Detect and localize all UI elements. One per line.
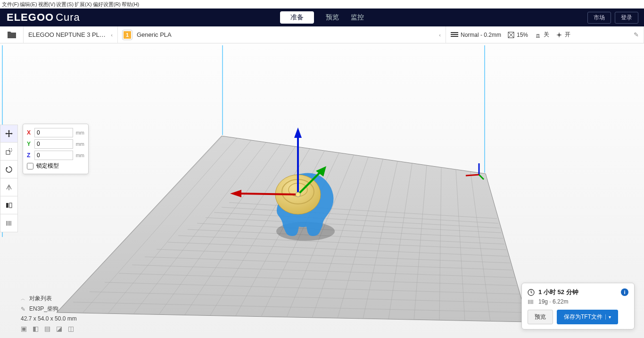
chevron-left-icon: ‹ <box>439 32 441 38</box>
tool-mirror[interactable] <box>0 178 18 196</box>
tab-prepare[interactable]: 准备 <box>280 11 314 24</box>
view-layer-icon[interactable]: ▤ <box>44 325 50 332</box>
slice-info-panel: 1 小时 52 分钟 i 19g · 6.22m 预览 保存为TFT文件▾ <box>521 283 635 330</box>
save-tft-button[interactable]: 保存为TFT文件▾ <box>557 310 618 324</box>
svg-rect-60 <box>6 203 8 208</box>
move-y-input[interactable] <box>34 139 73 149</box>
tab-monitor[interactable]: 监控 <box>351 11 364 24</box>
svg-line-49 <box>236 194 298 194</box>
object-list-title: 对象列表 <box>29 295 52 303</box>
menu-extensions[interactable]: 扩展(X) <box>74 1 92 8</box>
print-time: 1 小时 52 分钟 <box>538 288 578 296</box>
view-iso-icon[interactable]: ◫ <box>68 325 74 332</box>
menu-view[interactable]: 视图(V) <box>38 1 56 8</box>
object-name[interactable]: EN3P_柴狗 <box>29 305 58 313</box>
tool-scale[interactable] <box>0 143 18 161</box>
info-icon[interactable]: i <box>621 288 628 296</box>
svg-rect-57 <box>6 151 10 154</box>
infill-value: 15% <box>517 32 528 38</box>
lock-model-checkbox[interactable] <box>27 163 33 169</box>
filament-icon <box>528 299 535 305</box>
move-z-input[interactable] <box>34 151 73 160</box>
stage-tabs: 准备 预览 监控 <box>280 11 364 24</box>
infill-icon <box>508 32 514 38</box>
svg-rect-58 <box>9 149 12 152</box>
clock-icon <box>528 289 535 296</box>
support-value: 关 <box>544 31 549 39</box>
menu-file[interactable]: 文件(F) <box>2 1 19 8</box>
svg-rect-61 <box>9 203 12 208</box>
preview-button[interactable]: 预览 <box>528 310 553 324</box>
extruder-badge: 1 <box>123 30 132 40</box>
menu-edit[interactable]: 编辑(E) <box>20 1 37 8</box>
tool-strip <box>0 125 18 232</box>
tool-support-blocker[interactable] <box>0 214 18 232</box>
app-logo: ELEGOO Cura <box>0 11 87 24</box>
support-icon <box>535 32 541 38</box>
svg-line-55 <box>466 175 479 176</box>
menu-bar: 文件(F) 编辑(E) 视图(V) 设置(S) 扩展(X) 偏好设置(R) 帮助… <box>0 0 644 8</box>
tool-move[interactable] <box>0 125 18 143</box>
view-front-icon[interactable]: ◪ <box>56 325 62 332</box>
move-x-input[interactable] <box>34 128 73 137</box>
pencil-icon[interactable]: ✎ <box>21 306 25 313</box>
chevron-left-icon: ‹ <box>111 32 113 38</box>
axis-y-label: Y <box>27 141 32 147</box>
printer-name: ELEGOO NEPTUNE 3 PL… <box>28 31 106 38</box>
layer-height-icon <box>451 32 458 38</box>
menu-preferences[interactable]: 偏好设置(R) <box>93 1 121 8</box>
profile-name: Normal - 0.2mm <box>461 32 501 38</box>
print-settings-selector[interactable]: Normal - 0.2mm 15% 关 开 ✎ <box>446 26 644 43</box>
config-bar: ELEGOO NEPTUNE 3 PL… ‹ 1 Generic PLA ‹ N… <box>0 26 644 43</box>
material-name: Generic PLA <box>137 31 172 38</box>
printer-selector[interactable]: ELEGOO NEPTUNE 3 PL… ‹ <box>24 26 118 43</box>
signin-button[interactable]: 登录 <box>615 12 638 24</box>
marketplace-button[interactable]: 市场 <box>587 12 611 24</box>
svg-marker-48 <box>294 127 302 138</box>
object-list-panel: ︿对象列表 ✎EN3P_柴狗 42.7 x 54.0 x 50.0 mm ▣ ◧… <box>21 295 77 332</box>
tool-rotate[interactable] <box>0 161 18 178</box>
chevron-down-icon[interactable]: ▾ <box>605 314 611 320</box>
open-file-button[interactable] <box>0 26 24 43</box>
axis-x-label: X <box>27 129 32 136</box>
menu-settings[interactable]: 设置(S) <box>56 1 74 8</box>
adhesion-icon <box>556 32 562 38</box>
lock-model-label: 锁定模型 <box>36 162 59 170</box>
menu-help[interactable]: 帮助(H) <box>122 1 139 8</box>
adhesion-value: 开 <box>565 31 570 39</box>
folder-icon <box>7 31 17 39</box>
pencil-icon[interactable]: ✎ <box>634 31 639 38</box>
object-dimensions: 42.7 x 54.0 x 50.0 mm <box>21 315 77 322</box>
move-panel: Xmm Ymm Zmm 锁定模型 <box>23 124 89 174</box>
view-xray-icon[interactable]: ◧ <box>33 325 39 332</box>
svg-point-53 <box>296 192 300 197</box>
tab-preview[interactable]: 预览 <box>326 11 339 24</box>
view-solid-icon[interactable]: ▣ <box>21 325 27 332</box>
tool-per-model[interactable] <box>0 196 18 214</box>
axis-z-label: Z <box>27 152 32 159</box>
chevron-up-icon[interactable]: ︿ <box>21 296 25 302</box>
material-usage: 19g · 6.22m <box>538 298 568 305</box>
top-bar: ELEGOO Cura 准备 预览 监控 市场 登录 <box>0 8 644 26</box>
material-selector[interactable]: 1 Generic PLA ‹ <box>118 26 446 43</box>
